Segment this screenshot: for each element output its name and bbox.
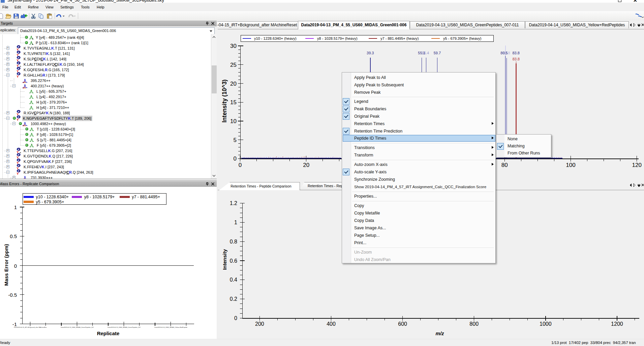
- svg-text:Y: Y: [17, 172, 19, 175]
- svg-text:Y: Y: [17, 118, 19, 121]
- svg-text:Y: Y: [17, 75, 19, 78]
